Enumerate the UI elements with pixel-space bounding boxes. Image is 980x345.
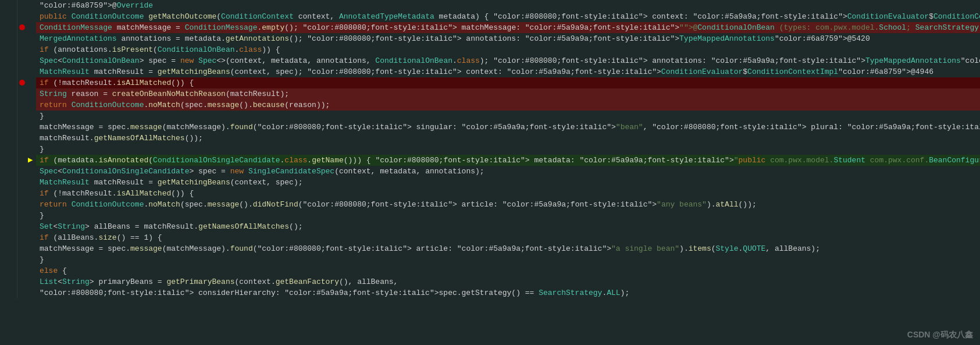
code-text: if (!matchResult.isAllMatched()) { bbox=[36, 188, 980, 199]
code-line: Set<String> allBeans = matchResult.getNa… bbox=[0, 221, 980, 232]
breakpoint-dot bbox=[19, 24, 25, 30]
code-line: if (annotations.isPresent(ConditionalOnB… bbox=[0, 44, 980, 55]
breakpoint-area[interactable] bbox=[17, 199, 28, 210]
code-text: "color:#808080;font-style:italic"> consi… bbox=[36, 287, 980, 298]
code-text: MatchResult matchResult = getMatchingBea… bbox=[36, 177, 980, 188]
line-number bbox=[0, 55, 17, 66]
code-line: Spec<ConditionalOnSingleCandidate> spec … bbox=[0, 166, 980, 177]
arrow-indicator bbox=[28, 66, 36, 77]
breakpoint-area[interactable] bbox=[17, 99, 28, 111]
line-number bbox=[0, 243, 17, 254]
line-number bbox=[0, 166, 17, 177]
arrow-indicator bbox=[28, 265, 36, 276]
code-text: if (!matchResult.isAllMatched()) { bbox=[36, 77, 980, 88]
breakpoint-area[interactable] bbox=[17, 55, 28, 66]
arrow-indicator bbox=[28, 55, 36, 66]
breakpoint-area[interactable] bbox=[17, 44, 28, 55]
breakpoint-area[interactable] bbox=[17, 243, 28, 254]
code-line: } bbox=[0, 254, 980, 265]
arrow-indicator bbox=[28, 33, 36, 44]
line-number bbox=[0, 276, 17, 287]
breakpoint-area[interactable] bbox=[17, 276, 28, 287]
breakpoint-area[interactable] bbox=[17, 254, 28, 265]
code-text: matchResult.getNamesOfAllMatches()); bbox=[36, 133, 980, 144]
code-text: MatchResult matchResult = getMatchingBea… bbox=[36, 66, 980, 77]
breakpoint-area[interactable] bbox=[17, 11, 28, 22]
arrow-indicator bbox=[28, 111, 36, 122]
code-text: String reason = createOnBeanNoMatchReaso… bbox=[36, 88, 980, 99]
breakpoint-area[interactable] bbox=[17, 144, 28, 155]
breakpoint-area[interactable] bbox=[17, 265, 28, 276]
arrow-indicator bbox=[28, 177, 36, 188]
arrow-indicator bbox=[28, 11, 36, 22]
arrow-indicator bbox=[28, 144, 36, 155]
breakpoint-area[interactable] bbox=[17, 188, 28, 199]
code-text: Set<String> allBeans = matchResult.getNa… bbox=[36, 221, 980, 232]
arrow-indicator bbox=[28, 122, 36, 133]
code-text: if (allBeans.size() == 1) { bbox=[36, 232, 980, 243]
arrow-indicator bbox=[28, 287, 36, 298]
line-number bbox=[0, 265, 17, 276]
watermark: CSDN @码农八鑫 bbox=[907, 330, 973, 340]
code-line: if (!matchResult.isAllMatched()) { bbox=[0, 77, 980, 88]
code-line: matchMessage = spec.message(matchMessage… bbox=[0, 243, 980, 254]
breakpoint-area[interactable] bbox=[17, 66, 28, 77]
arrow-indicator bbox=[28, 221, 36, 232]
arrow-indicator bbox=[28, 77, 36, 88]
arrow-indicator: ▶ bbox=[28, 155, 36, 166]
code-text: } bbox=[36, 111, 980, 122]
breakpoint-area[interactable] bbox=[17, 22, 28, 33]
breakpoint-area[interactable] bbox=[17, 155, 28, 166]
code-line: return ConditionOutcome.noMatch(spec.mes… bbox=[0, 99, 980, 111]
line-number bbox=[0, 287, 17, 298]
line-number bbox=[0, 232, 17, 243]
code-editor: "color:#6a8759">@Overridepublic Conditio… bbox=[0, 0, 980, 345]
line-number bbox=[0, 0, 17, 11]
breakpoint-area[interactable] bbox=[17, 122, 28, 133]
breakpoint-area[interactable] bbox=[17, 133, 28, 144]
code-line: MergedAnnotations annotations = metadata… bbox=[0, 33, 980, 44]
breakpoint-area[interactable] bbox=[17, 287, 28, 298]
line-number bbox=[0, 254, 17, 265]
code-line: } bbox=[0, 144, 980, 155]
breakpoint-area[interactable] bbox=[17, 33, 28, 44]
code-text: } bbox=[36, 254, 980, 265]
code-line: MatchResult matchResult = getMatchingBea… bbox=[0, 177, 980, 188]
line-number bbox=[0, 88, 17, 99]
breakpoint-area[interactable] bbox=[17, 232, 28, 243]
code-text: if (annotations.isPresent(ConditionalOnB… bbox=[36, 44, 980, 55]
breakpoint-area[interactable] bbox=[17, 177, 28, 188]
code-line: return ConditionOutcome.noMatch(spec.mes… bbox=[0, 199, 980, 210]
arrow-indicator bbox=[28, 44, 36, 55]
breakpoint-area[interactable] bbox=[17, 77, 28, 88]
arrow-indicator bbox=[28, 232, 36, 243]
breakpoint-area[interactable] bbox=[17, 166, 28, 177]
code-text: } bbox=[36, 144, 980, 155]
code-text: matchMessage = spec.message(matchMessage… bbox=[36, 243, 980, 254]
breakpoint-area[interactable] bbox=[17, 221, 28, 232]
breakpoint-area[interactable] bbox=[17, 0, 28, 11]
breakpoint-area[interactable] bbox=[17, 210, 28, 221]
line-number bbox=[0, 22, 17, 33]
code-text: } bbox=[36, 210, 980, 221]
code-line: List<String> primaryBeans = getPrimaryBe… bbox=[0, 276, 980, 287]
code-text: return ConditionOutcome.noMatch(spec.mes… bbox=[36, 199, 980, 210]
breakpoint-area[interactable] bbox=[17, 88, 28, 99]
code-text: List<String> primaryBeans = getPrimaryBe… bbox=[36, 276, 980, 287]
code-text: ConditionMessage matchMessage = Conditio… bbox=[36, 22, 980, 33]
code-text: return ConditionOutcome.noMatch(spec.mes… bbox=[36, 99, 980, 111]
breakpoint-dot bbox=[19, 80, 25, 86]
line-number bbox=[0, 33, 17, 44]
code-text: public ConditionOutcome getMatchOutcome(… bbox=[36, 11, 980, 22]
code-line: String reason = createOnBeanNoMatchReaso… bbox=[0, 88, 980, 99]
arrow-indicator bbox=[28, 210, 36, 221]
arrow-indicator bbox=[28, 188, 36, 199]
code-line: if (allBeans.size() == 1) { bbox=[0, 232, 980, 243]
line-number bbox=[0, 210, 17, 221]
code-line: } bbox=[0, 210, 980, 221]
line-number bbox=[0, 133, 17, 144]
code-line: Spec<ConditionalOnBean> spec = new Spec<… bbox=[0, 55, 980, 66]
line-number bbox=[0, 155, 17, 166]
breakpoint-area[interactable] bbox=[17, 111, 28, 122]
arrow-indicator bbox=[28, 276, 36, 287]
